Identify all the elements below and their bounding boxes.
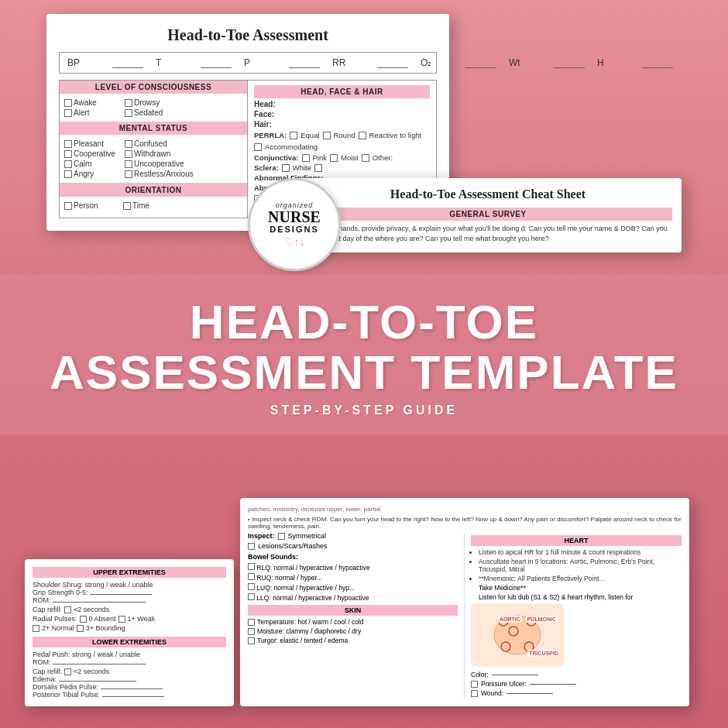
t-label: T — [156, 57, 187, 68]
cb-turgor[interactable] — [248, 637, 255, 644]
cb-white[interactable] — [282, 164, 290, 172]
lesions-row: Lesions/Scars/Rashes — [248, 542, 458, 550]
cb-2normal[interactable] — [33, 625, 39, 632]
rlq: RLQ: normal / hyperactive / hypoactive — [248, 563, 458, 572]
cb-uncooperative[interactable] — [125, 160, 132, 168]
cb-luq[interactable] — [248, 583, 255, 590]
ruq: RUQ: normal / hyper... — [248, 573, 458, 582]
cb-accommodating[interactable] — [254, 143, 262, 151]
radial-pulses-2: 2+ Normal 3+ Bounding — [33, 624, 226, 632]
cb-drowsy[interactable] — [125, 99, 132, 107]
cb-calm[interactable] — [64, 160, 72, 168]
cb-alert[interactable] — [64, 109, 72, 117]
orientation-content: Person Time — [60, 197, 247, 215]
cb-1weak[interactable] — [118, 616, 125, 623]
ms-uncooperative: Uncooperative — [125, 160, 184, 168]
cb-wound[interactable] — [471, 690, 478, 697]
cb-moist[interactable] — [330, 154, 338, 162]
cb-reactive[interactable] — [359, 132, 366, 139]
cb-cap-lower[interactable] — [64, 668, 71, 675]
dorsalis-pedis: Dorsalis Pedis Pulse: — [33, 683, 226, 691]
bowel-sounds-label: Bowel Sounds: — [248, 553, 458, 561]
cb-3bounding[interactable] — [77, 625, 84, 632]
left-column: LEVEL OF CONSCIOUSNESS Awake Drowsy Aler… — [60, 81, 248, 218]
skin-turgor: Turgor: elastic / tented / edema — [248, 637, 458, 644]
cb-symmetrical[interactable] — [278, 533, 285, 540]
hfh-header: HEAD, FACE & HAIR — [254, 85, 430, 98]
or-time: Time — [123, 201, 177, 210]
lower-ext-content: Pedal Push: strong / weak / unable ROM: … — [33, 651, 226, 699]
general-survey-content: rself, wash hands, provide privacy, & ex… — [304, 224, 672, 243]
heart-bullet1: Listen to apical HR for 1 full minute & … — [479, 548, 682, 556]
ms-restless: Restless/Anxious — [125, 170, 194, 178]
rom-lower: ROM: — [33, 658, 226, 666]
llq: LLQ: normal / hyperactive / hypoactive — [248, 593, 458, 602]
heart-bullets: Listen to apical HR for 1 full minute & … — [471, 548, 682, 582]
pedal-push: Pedal Push: strong / weak / unable — [33, 651, 226, 658]
cb-sclera-other[interactable] — [314, 164, 322, 172]
upper-ext-header: UPPER EXTREMITIES — [33, 567, 226, 578]
main-title-line2: ASSESSMENT TEMPLATE — [15, 347, 713, 397]
cb-equal[interactable] — [290, 132, 297, 139]
orientation-row: Person Time — [64, 200, 242, 211]
ms-withdrawn: Withdrawn — [125, 149, 179, 158]
cb-confused[interactable] — [125, 140, 132, 148]
cb-rlq[interactable] — [248, 563, 255, 570]
pressure-ulcer-row: Pressure Ulcer: — [471, 680, 682, 688]
cb-sedated[interactable] — [125, 109, 132, 117]
cb-time[interactable] — [123, 202, 131, 210]
cb-cap-upper[interactable] — [64, 606, 71, 613]
logo-circle: organized NURSE DESIGNS ♡↑↓ — [248, 178, 341, 271]
face-field: Face: — [254, 110, 430, 118]
cb-cooperative[interactable] — [64, 150, 72, 158]
neck-note: • Inspect neck & check ROM: Can you turn… — [248, 516, 682, 530]
o2-label: O₂ — [421, 57, 452, 68]
cb-angry[interactable] — [64, 170, 72, 178]
cheat-sheet-card: Head-to-Toe Assessment Cheat Sheet GENER… — [294, 178, 682, 252]
ms-confused: Confused — [125, 139, 179, 148]
cb-round[interactable] — [323, 132, 331, 139]
loc-awake: Awake — [64, 98, 118, 107]
logo-heart-icon: ♡↑↓ — [284, 235, 305, 248]
cheat-title: Head-to-Toe Assessment Cheat Sheet — [304, 187, 672, 201]
cb-absent[interactable] — [80, 616, 87, 623]
cb-ruq[interactable] — [248, 573, 255, 580]
rom-upper: ROM: — [33, 596, 226, 604]
loc-sedated: Sedated — [125, 108, 179, 117]
mental-row1: Pleasant Confused — [64, 139, 242, 148]
color-row: Color: — [471, 671, 682, 678]
mental-row3: Calm Uncooperative — [64, 160, 242, 168]
aortic-label: AORTIC — [498, 616, 522, 623]
cb-conj-other[interactable] — [362, 154, 369, 162]
cb-llq[interactable] — [248, 593, 255, 600]
top-notes: patches, moist/dry, dentures upper, lowe… — [248, 506, 682, 513]
cb-pink[interactable] — [302, 154, 310, 162]
heart-svg — [471, 604, 564, 666]
mental-header: MENTAL STATUS — [60, 122, 247, 135]
cb-temp[interactable] — [248, 619, 255, 626]
ms-pleasant: Pleasant — [64, 139, 118, 148]
loc-header: LEVEL OF CONSCIOUSNESS — [60, 81, 247, 94]
cb-withdrawn[interactable] — [125, 150, 132, 158]
cb-moisture[interactable] — [248, 628, 255, 635]
cb-restless[interactable] — [125, 170, 132, 178]
cb-pleasant[interactable] — [64, 140, 72, 148]
cap-refill-lower: Cap refill: <2 seconds — [33, 668, 226, 675]
cap-refill-upper: Cap refill: <2 seconds — [33, 606, 226, 613]
mental-row2: Cooperative Withdrawn — [64, 149, 242, 158]
cb-lesions[interactable] — [248, 543, 255, 550]
perrla-row: PERRLA: Equal Round Reactive to light Ac… — [254, 131, 430, 151]
posterior-tibial: Posterior Tibial Pulse: — [33, 691, 226, 699]
cb-person[interactable] — [64, 202, 72, 210]
vitals-row: BP T P RR O₂ Wt H — [59, 52, 437, 74]
grip-strength: Grip Strength 0-5: — [33, 589, 226, 596]
wound-row: Wound: — [471, 689, 682, 697]
overlay-text-section: HEAD-TO-TOE ASSESSMENT TEMPLATE STEP-BY-… — [0, 275, 728, 434]
cb-awake[interactable] — [64, 99, 72, 107]
take-medicine: Take Medicine** — [479, 584, 682, 592]
overlay-background: HEAD-TO-TOE ASSESSMENT TEMPLATE STEP-BY-… — [0, 275, 728, 434]
cb-pressure[interactable] — [471, 681, 478, 688]
rr-label: RR — [332, 57, 363, 68]
loc-row2: Alert Sedated — [64, 108, 242, 117]
logo-designs: DESIGNS — [270, 225, 319, 234]
